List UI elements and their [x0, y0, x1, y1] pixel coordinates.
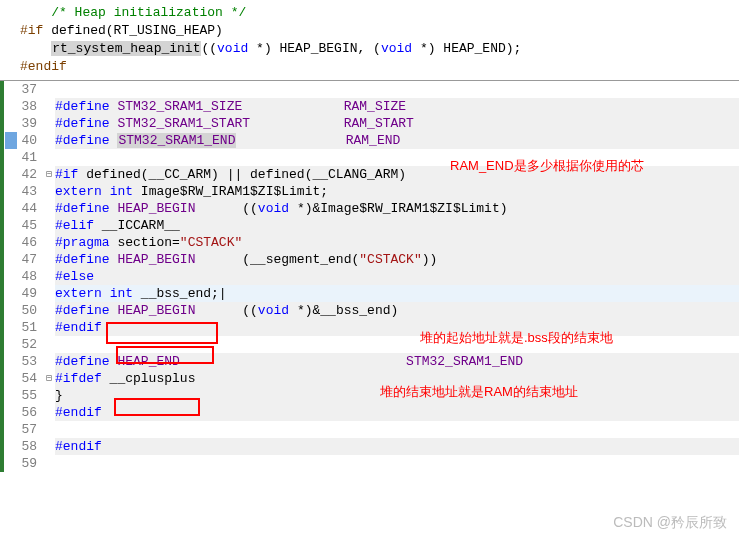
cond: defined(RT_USING_HEAP) [43, 23, 222, 38]
code-editor[interactable]: 37 38#define STM32_SRAM1_SIZE RAM_SIZE 3… [0, 81, 739, 472]
kw-void: void [258, 201, 289, 216]
lineno: 59 [17, 455, 43, 472]
code-line[interactable]: #define HEAP_BEGIN ((void *)&__bss_end) [55, 302, 739, 319]
kw-ifdef: #ifdef [55, 371, 102, 386]
t1: (( [201, 41, 217, 56]
code-line[interactable]: #define STM32_SRAM1_END RAM_END [55, 132, 739, 149]
lineno: 52 [17, 336, 43, 353]
kw-define: #define [55, 303, 110, 318]
lineno: 37 [17, 81, 43, 98]
ident: __bss_end; [133, 286, 219, 301]
t: )) [422, 252, 438, 267]
lineno: 44 [17, 200, 43, 217]
bp-marker[interactable] [5, 132, 17, 149]
macro: STM32_SRAM1_END [117, 133, 236, 148]
kw-define: #define [55, 99, 110, 114]
code-line[interactable]: #pragma section="CSTACK" [55, 234, 739, 251]
code-line[interactable] [55, 336, 739, 353]
lineno: 53 [17, 353, 43, 370]
string: "CSTACK" [359, 252, 421, 267]
snippet-header: /* Heap initialization */ #if defined(RT… [0, 0, 739, 81]
lineno: 49 [17, 285, 43, 302]
code-line[interactable]: #define HEAP_BEGIN ((void *)&Image$RW_IR… [55, 200, 739, 217]
lineno: 38 [17, 98, 43, 115]
pad [20, 41, 51, 56]
kw-endif: #endif [55, 439, 102, 454]
code-line[interactable]: extern int Image$RW_IRAM1$ZI$Limit; [55, 183, 739, 200]
kw-void: void [381, 41, 412, 56]
kw-if: #if [55, 167, 78, 182]
fn-call: rt_system_heap_init [51, 41, 201, 56]
code-line[interactable]: #define STM32_SRAM1_START RAM_START [55, 115, 739, 132]
lineno: 39 [17, 115, 43, 132]
code-line[interactable] [55, 455, 739, 472]
macro: HEAP_BEGIN [117, 303, 195, 318]
ident: __ICCARM__ [94, 218, 180, 233]
code-line[interactable] [55, 421, 739, 438]
t: section= [110, 235, 180, 250]
kw-extern: extern [55, 184, 102, 199]
pad [242, 99, 343, 114]
kw-endif: #endif [55, 405, 102, 420]
kw-define: #define [55, 116, 110, 131]
code-line[interactable]: #define HEAP_BEGIN (__segment_end("CSTAC… [55, 251, 739, 268]
code-line[interactable]: #else [55, 268, 739, 285]
kw-endif: #endif [55, 320, 102, 335]
t: (( [242, 201, 258, 216]
string: "CSTACK" [180, 235, 242, 250]
comment: /* Heap initialization */ [51, 5, 246, 20]
lineno: 54 [17, 370, 43, 387]
t: *)&Image$RW_IRAM1$ZI$Limit) [289, 201, 507, 216]
lineno: 56 [17, 404, 43, 421]
macro: HEAP_BEGIN [117, 201, 195, 216]
pad [195, 201, 242, 216]
lineno: 48 [17, 268, 43, 285]
cond: defined(__CC_ARM) || defined(__CLANG_ARM… [78, 167, 406, 182]
lineno: 45 [17, 217, 43, 234]
lineno: 41 [17, 149, 43, 166]
lineno: 57 [17, 421, 43, 438]
cursor: | [219, 286, 227, 301]
macro: STM32_SRAM1_START [117, 116, 250, 131]
annotation-heapbegin: 堆的起始地址就是.bss段的结束地 [420, 329, 613, 347]
pad [195, 303, 242, 318]
t: *)&__bss_end) [289, 303, 398, 318]
pad [195, 252, 242, 267]
t3: *) HEAP_END); [412, 41, 521, 56]
t: (( [242, 303, 258, 318]
brace: } [55, 388, 63, 403]
code-line[interactable]: #endif [55, 404, 739, 421]
t2: *) HEAP_BEGIN, ( [248, 41, 381, 56]
annotation-heapend: 堆的结束地址就是RAM的结束地址 [380, 383, 578, 401]
lineno: 40 [17, 132, 43, 149]
code-line[interactable]: #define HEAP_END STM32_SRAM1_END [55, 353, 739, 370]
lineno: 51 [17, 319, 43, 336]
macro: RAM_START [344, 116, 414, 131]
kw-define: #define [55, 133, 110, 148]
bp-gutter[interactable] [5, 81, 17, 98]
directive-if: #if [20, 23, 43, 38]
lineno: 43 [17, 183, 43, 200]
code-line[interactable]: #endif [55, 438, 739, 455]
kw-define: #define [55, 252, 110, 267]
code-line[interactable]: #define STM32_SRAM1_SIZE RAM_SIZE [55, 98, 739, 115]
macro: RAM_SIZE [344, 99, 406, 114]
lineno: 55 [17, 387, 43, 404]
kw-else: #else [55, 269, 94, 284]
code-line[interactable] [55, 81, 739, 98]
annotation-ramend: RAM_END是多少根据你使用的芯 [450, 157, 644, 175]
kw-void: void [258, 303, 289, 318]
ident: __cplusplus [102, 371, 196, 386]
kw-define: #define [55, 201, 110, 216]
lineno: 58 [17, 438, 43, 455]
pad [250, 116, 344, 131]
code-line[interactable]: #endif [55, 319, 739, 336]
code-line[interactable]: #elif __ICCARM__ [55, 217, 739, 234]
pad [180, 354, 406, 369]
macro: RAM_END [346, 133, 401, 148]
macro: STM32_SRAM1_SIZE [117, 99, 242, 114]
lineno: 47 [17, 251, 43, 268]
code-line[interactable]: extern int __bss_end;| [55, 285, 739, 302]
kw-extern: extern [55, 286, 102, 301]
lineno: 50 [17, 302, 43, 319]
